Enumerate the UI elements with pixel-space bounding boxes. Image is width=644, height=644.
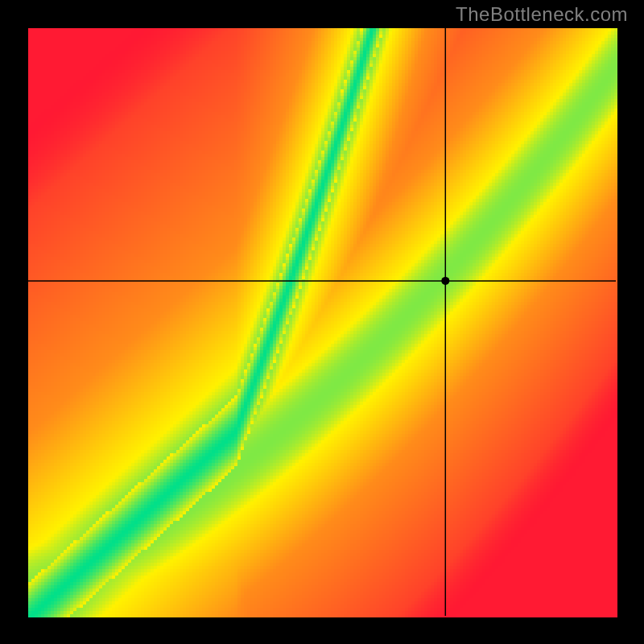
chart-container: TheBottleneck.com — [0, 0, 644, 644]
bottleneck-heatmap — [0, 0, 644, 644]
watermark-text: TheBottleneck.com — [456, 3, 628, 26]
